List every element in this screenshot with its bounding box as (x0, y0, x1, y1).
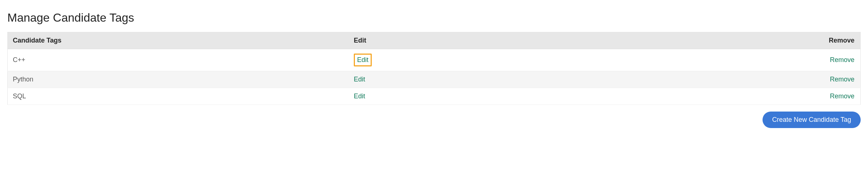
edit-cell: Edit (349, 49, 775, 71)
column-header-remove: Remove (775, 32, 861, 49)
tag-name-cell: Python (8, 71, 349, 88)
candidate-tags-table: Candidate Tags Edit Remove C++ Edit Remo… (7, 32, 861, 105)
page-title: Manage Candidate Tags (7, 11, 861, 25)
column-header-edit: Edit (349, 32, 775, 49)
table-row: SQL Edit Remove (8, 88, 861, 105)
remove-cell: Remove (775, 71, 861, 88)
footer-actions: Create New Candidate Tag (7, 112, 861, 128)
table-row: Python Edit Remove (8, 71, 861, 88)
column-header-tags: Candidate Tags (8, 32, 349, 49)
edit-cell: Edit (349, 88, 775, 105)
tag-name-cell: C++ (8, 49, 349, 71)
remove-link[interactable]: Remove (830, 92, 854, 100)
tag-name-cell: SQL (8, 88, 349, 105)
edit-link[interactable]: Edit (354, 92, 365, 100)
table-row: C++ Edit Remove (8, 49, 861, 71)
remove-link[interactable]: Remove (830, 56, 854, 63)
highlight-box: Edit (354, 54, 372, 66)
remove-link[interactable]: Remove (830, 76, 854, 83)
edit-link[interactable]: Edit (357, 56, 368, 63)
remove-cell: Remove (775, 88, 861, 105)
remove-cell: Remove (775, 49, 861, 71)
edit-cell: Edit (349, 71, 775, 88)
create-new-candidate-tag-button[interactable]: Create New Candidate Tag (763, 112, 861, 128)
edit-link[interactable]: Edit (354, 76, 365, 83)
table-header-row: Candidate Tags Edit Remove (8, 32, 861, 49)
